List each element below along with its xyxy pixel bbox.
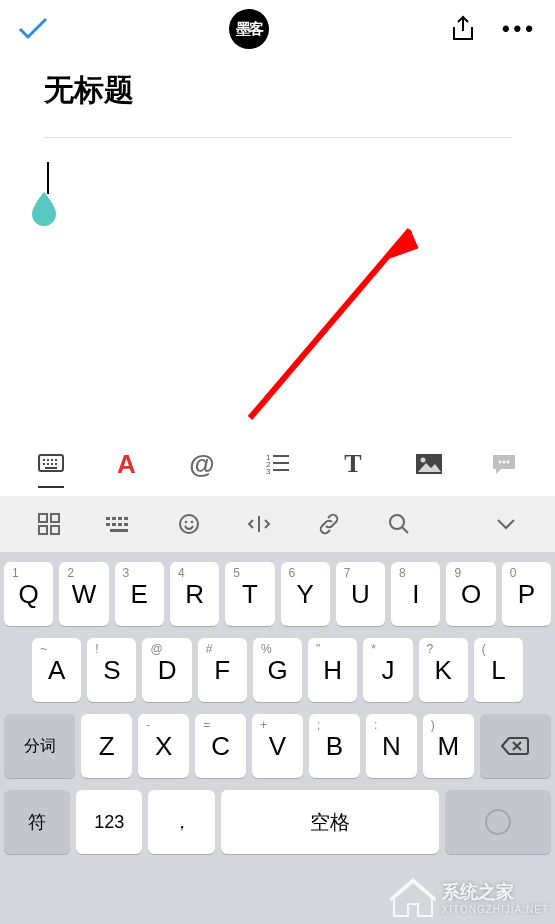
svg-rect-5 [51,459,53,461]
svg-line-41 [402,527,408,533]
key-D[interactable]: @D [142,638,191,702]
cursor-handle-icon[interactable] [27,192,61,226]
cursor-move-icon[interactable] [224,514,294,534]
mention-button[interactable]: @ [187,449,217,480]
svg-rect-34 [124,523,128,526]
svg-rect-23 [39,514,47,522]
text-style-button[interactable]: A [112,449,142,480]
key-C[interactable]: =C [195,714,246,778]
svg-point-44 [486,810,510,834]
key-E[interactable]: 3E [115,562,164,626]
svg-rect-3 [43,459,45,461]
key-L[interactable]: (L [474,638,523,702]
svg-point-40 [390,515,404,529]
image-button[interactable] [414,453,444,475]
svg-rect-13 [273,455,289,457]
svg-rect-27 [106,517,110,520]
segment-key[interactable]: 分词 [4,714,75,778]
svg-rect-6 [55,459,57,461]
keyboard-toggle-icon[interactable] [36,454,66,474]
svg-rect-15 [273,462,289,464]
key-Y[interactable]: 6Y [281,562,330,626]
link-icon[interactable] [294,513,364,535]
svg-rect-28 [112,517,116,520]
key-G[interactable]: %G [253,638,302,702]
svg-point-38 [191,521,194,524]
key-O[interactable]: 9O [446,562,495,626]
list-button[interactable]: 123 [263,453,293,475]
key-A[interactable]: ~A [32,638,81,702]
key-Q[interactable]: 1Q [4,562,53,626]
svg-rect-4 [47,459,49,461]
svg-point-36 [180,515,198,533]
svg-point-21 [503,461,506,464]
svg-point-20 [499,461,502,464]
key-K[interactable]: ?K [419,638,468,702]
svg-rect-9 [51,463,53,465]
key-M[interactable]: )M [423,714,474,778]
key-X[interactable]: -X [138,714,189,778]
svg-rect-35 [110,529,128,532]
key-F[interactable]: #F [198,638,247,702]
soft-keyboard: 1Q2W3E4R5T6Y7U8I9O0P ~A!S@D#F%G"H*J?K(L … [0,552,555,924]
key-U[interactable]: 7U [336,562,385,626]
key-I[interactable]: 8I [391,562,440,626]
symbol-key[interactable]: 符 [4,790,70,854]
annotation-arrow-icon [220,220,430,450]
svg-rect-8 [47,463,49,465]
svg-rect-10 [55,463,57,465]
key-N[interactable]: :N [366,714,417,778]
svg-line-0 [250,230,410,418]
grid-icon[interactable] [14,513,84,535]
return-key[interactable] [445,790,551,854]
svg-rect-24 [51,514,59,522]
note-body[interactable] [44,162,511,232]
key-W[interactable]: 2W [59,562,108,626]
divider [44,137,511,138]
emoji-icon[interactable] [154,513,224,535]
key-R[interactable]: 4R [170,562,219,626]
key-V[interactable]: +V [252,714,303,778]
key-Z[interactable]: Z [81,714,132,778]
key-H[interactable]: "H [308,638,357,702]
key-T[interactable]: 5T [225,562,274,626]
svg-rect-17 [273,469,289,471]
svg-point-37 [185,521,188,524]
comment-button[interactable] [489,453,519,475]
svg-rect-29 [118,517,122,520]
key-P[interactable]: 0P [502,562,551,626]
svg-rect-11 [45,467,57,469]
key-B[interactable]: ;B [309,714,360,778]
svg-rect-31 [106,523,110,526]
svg-text:3: 3 [266,467,271,475]
svg-point-22 [507,461,510,464]
share-icon[interactable] [450,15,476,43]
key-J[interactable]: *J [363,638,412,702]
heading-button[interactable]: T [338,449,368,479]
note-title[interactable]: 无标题 [44,70,511,111]
collapse-keyboard-icon[interactable] [471,518,541,530]
backspace-key[interactable] [480,714,551,778]
svg-rect-32 [112,523,116,526]
space-key[interactable]: 空格 [221,790,439,854]
svg-point-19 [420,458,425,463]
confirm-check-icon[interactable] [18,17,48,41]
search-icon[interactable] [364,513,434,535]
svg-rect-30 [124,517,128,520]
svg-marker-1 [390,230,418,258]
svg-rect-25 [39,526,47,534]
comma-key[interactable]: ， [148,790,214,854]
key-S[interactable]: !S [87,638,136,702]
keyboard-layout-icon[interactable] [84,515,154,533]
svg-rect-26 [51,526,59,534]
app-logo: 墨客 [229,9,269,49]
svg-rect-33 [118,523,122,526]
number-key[interactable]: 123 [76,790,142,854]
svg-rect-7 [43,463,45,465]
text-cursor [47,162,49,194]
